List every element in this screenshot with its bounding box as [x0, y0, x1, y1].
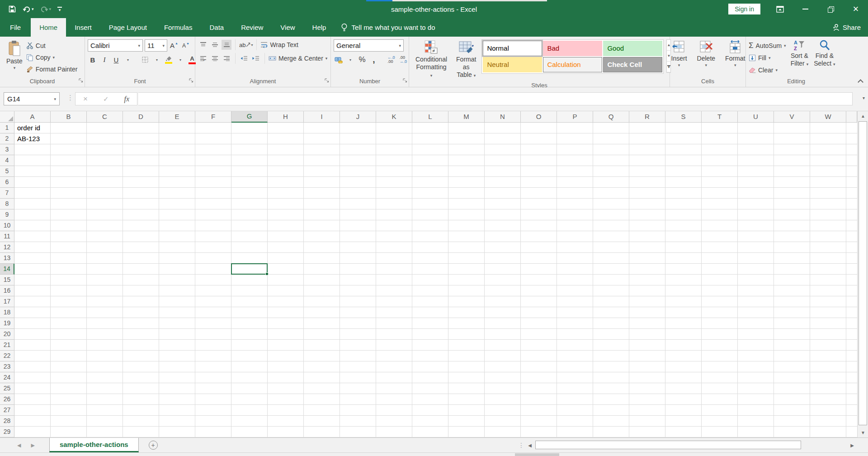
fill-handle[interactable] — [265, 272, 269, 276]
column-header-n[interactable]: N — [485, 111, 521, 123]
number-dialog-launcher[interactable] — [403, 78, 407, 83]
row-header-2[interactable]: 2 — [0, 133, 14, 144]
tell-me-box[interactable]: Tell me what you want to do — [341, 18, 435, 37]
row-header-15[interactable]: 15 — [0, 275, 14, 285]
tab-home[interactable]: Home — [31, 18, 66, 37]
italic-button[interactable]: I — [99, 55, 109, 65]
row-header-6[interactable]: 6 — [0, 177, 14, 188]
middle-align-button[interactable] — [210, 40, 220, 50]
format-painter-button[interactable]: Format Painter — [26, 64, 78, 74]
format-cells-button[interactable]: Format ▾ — [722, 38, 749, 77]
cell-a1[interactable]: order id — [17, 123, 40, 133]
formula-input[interactable] — [138, 92, 853, 105]
tab-insert[interactable]: Insert — [66, 18, 100, 37]
find-select-button[interactable]: Find & Select ▾ — [813, 38, 836, 77]
column-header-p[interactable]: P — [557, 111, 593, 123]
autosum-button[interactable]: Σ AutoSum ▾ — [749, 40, 786, 51]
row-header-27[interactable]: 27 — [0, 405, 14, 416]
tab-formulas[interactable]: Formulas — [156, 18, 201, 37]
align-left-button[interactable] — [198, 53, 208, 63]
column-header-m[interactable]: M — [448, 111, 485, 123]
borders-button[interactable] — [140, 55, 150, 65]
number-format-select[interactable]: General▾ — [334, 39, 404, 52]
insert-cells-button[interactable]: Insert ▾ — [668, 38, 691, 77]
row-header-23[interactable]: 23 — [0, 361, 14, 372]
row-header-8[interactable]: 8 — [0, 199, 14, 209]
column-header-g[interactable]: G — [231, 111, 268, 123]
scroll-right-button[interactable]: ▶ — [848, 440, 857, 451]
column-header-f[interactable]: F — [195, 111, 231, 123]
column-header-r[interactable]: R — [629, 111, 665, 123]
row-header-22[interactable]: 22 — [0, 351, 14, 361]
previous-sheet-button[interactable]: ◀ — [17, 442, 21, 448]
redo-button[interactable]: ▾ — [40, 5, 52, 13]
scroll-down-button[interactable]: ▼ — [858, 428, 868, 437]
copy-button[interactable]: Copy ▾ — [26, 52, 78, 62]
row-header-20[interactable]: 20 — [0, 329, 14, 340]
column-header-h[interactable]: H — [268, 111, 304, 123]
cell-style-normal[interactable]: Normal — [483, 41, 542, 56]
sign-in-button[interactable]: Sign in — [728, 4, 760, 14]
row-header-10[interactable]: 10 — [0, 220, 14, 231]
clipboard-dialog-launcher[interactable] — [79, 78, 83, 83]
row-header-24[interactable]: 24 — [0, 372, 14, 383]
undo-button[interactable]: ▾ — [23, 5, 34, 13]
font-size-select[interactable]: 11▾ — [145, 39, 167, 52]
align-center-button[interactable] — [210, 53, 220, 63]
column-header-d[interactable]: D — [123, 111, 159, 123]
column-header-v[interactable]: V — [774, 111, 810, 123]
wrap-text-button[interactable]: Wrap Text — [260, 40, 298, 50]
column-header-partial[interactable] — [846, 111, 857, 123]
comma-style-button[interactable]: , — [369, 55, 379, 65]
increase-font-size-button[interactable]: A▲ — [169, 41, 179, 51]
tab-page-layout[interactable]: Page Layout — [100, 18, 156, 37]
bold-button[interactable]: B — [88, 55, 98, 65]
tab-file[interactable]: File — [0, 18, 31, 37]
row-header-4[interactable]: 4 — [0, 155, 14, 166]
delete-cells-button[interactable]: Delete ▾ — [693, 38, 719, 77]
row-header-13[interactable]: 13 — [0, 253, 14, 264]
decrease-indent-button[interactable] — [239, 53, 249, 63]
tab-review[interactable]: Review — [232, 18, 272, 37]
row-header-11[interactable]: 11 — [0, 231, 14, 242]
tab-help[interactable]: Help — [304, 18, 335, 37]
decrease-font-size-button[interactable]: A▼ — [181, 41, 191, 51]
scroll-up-button[interactable]: ▲ — [858, 111, 868, 121]
borders-caret-button[interactable]: ▾ — [152, 55, 162, 65]
column-header-l[interactable]: L — [412, 111, 448, 123]
row-header-16[interactable]: 16 — [0, 285, 14, 296]
row-header-26[interactable]: 26 — [0, 394, 14, 405]
top-align-button[interactable] — [198, 40, 208, 50]
row-header-3[interactable]: 3 — [0, 144, 14, 155]
format-as-table-button[interactable]: Format as Table ▾ — [453, 38, 480, 81]
increase-decimal-button[interactable]: ←.0.00 — [386, 55, 396, 64]
accounting-format-button[interactable] — [334, 55, 344, 65]
column-header-i[interactable]: I — [304, 111, 340, 123]
ribbon-display-options-button[interactable] — [774, 3, 786, 15]
column-header-s[interactable]: S — [665, 111, 702, 123]
column-header-t[interactable]: T — [702, 111, 738, 123]
cell-a2[interactable]: AB-123 — [17, 133, 40, 144]
save-button[interactable] — [8, 5, 16, 13]
insert-function-button[interactable]: fx — [124, 95, 129, 103]
font-family-select[interactable]: Calibri▾ — [88, 39, 143, 52]
cell-style-calculation[interactable]: Calculation — [543, 57, 602, 72]
sheet-tab-active[interactable]: sample-other-actions — [49, 438, 139, 452]
alignment-dialog-launcher[interactable] — [325, 78, 329, 83]
row-header-1[interactable]: 1 — [0, 123, 14, 133]
formula-bar-grip-icon[interactable]: ⋮ — [67, 94, 74, 102]
row-header-21[interactable]: 21 — [0, 340, 14, 351]
row-header-9[interactable]: 9 — [0, 209, 14, 220]
close-button[interactable]: × — [850, 3, 862, 15]
clear-button[interactable]: Clear ▾ — [749, 65, 786, 75]
column-header-e[interactable]: E — [159, 111, 195, 123]
row-header-5[interactable]: 5 — [0, 166, 14, 177]
decrease-decimal-button[interactable]: .00→.0 — [398, 55, 409, 64]
percent-style-button[interactable]: % — [357, 55, 367, 65]
row-header-28[interactable]: 28 — [0, 416, 14, 427]
row-header-25[interactable]: 25 — [0, 383, 14, 394]
cell-style-check-cell[interactable]: Check Cell — [603, 57, 662, 72]
tab-view[interactable]: View — [272, 18, 303, 37]
cell-style-neutral[interactable]: Neutral — [483, 57, 542, 72]
paste-button[interactable]: Paste ▾ — [3, 38, 26, 77]
